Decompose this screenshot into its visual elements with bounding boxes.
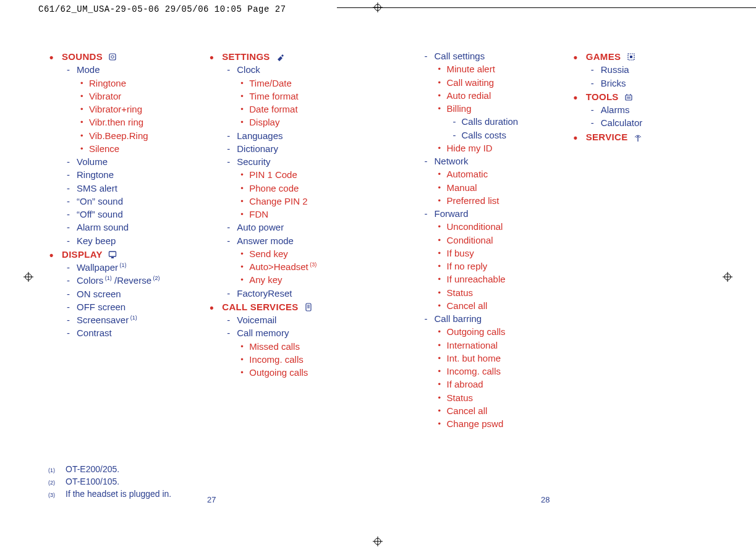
menu-item: GAMES [572,51,726,63]
sounds-icon [108,53,117,61]
menu-item: Date format [208,103,362,116]
menu-item-label: Answer mode [237,235,294,246]
menu-item-label: If no reply [447,261,488,271]
tools-icon [624,93,634,101]
menu-item: Wallpaper (1) [48,261,202,274]
menu-item: Time format [208,90,362,103]
footnotes: (1)OT-E200/205. (2)OT-E100/105. (3)If th… [48,463,171,501]
menu-item: Time/Date [208,77,362,90]
footnote-text: If the headset is plugged in. [66,488,171,500]
menu-item-label: Any key [249,274,282,285]
menu-item-label: Outgoing calls [249,367,308,378]
menu-item: Missed calls [208,341,362,353]
menu-item: Vibrator+ring [48,103,202,116]
menu-item: Call memory [208,327,362,339]
menu-item-label: Calls costs [462,130,507,140]
menu-item: Auto>Headset (3) [208,261,362,273]
menu-item: Change pswd [406,418,560,430]
page-content: SOUNDS ModeRingtoneVibratorVibrator+ring… [48,49,733,512]
menu-item-label: Int. but home [447,353,501,363]
menu-item-label: Bricks [601,78,626,88]
menu-item-label: If busy [447,248,474,258]
menu-item-label: Vibr.then ring [89,117,143,127]
menu-item: Outgoing calls [208,366,362,379]
menu-column: SOUNDS ModeRingtoneVibratorVibrator+ring… [48,49,208,512]
menu-item: Ringtone [48,77,202,90]
menu-item: If no reply [406,260,560,273]
menu-item: Calls costs [406,129,560,142]
call-services-icon [304,303,313,311]
footnote-ref: (3) [308,261,317,268]
menu-item: Answer mode [208,235,362,247]
footnote-ref: (2) [151,275,160,281]
menu-item: Call waiting [406,77,560,89]
menu-item-label: Security [237,156,270,167]
menu-item: Network [406,155,560,167]
menu-item: Alarms [572,104,726,116]
menu-item: Billing [406,103,560,115]
menu-item-label: Alarms [601,104,630,115]
menu-item-label: If abroad [447,379,483,389]
footnote-marker: (2) [48,479,66,486]
menu-item: SERVICE [572,131,726,143]
menu-item-label: Auto power [237,222,284,232]
menu-item: Any key [208,274,362,286]
menu-item-label: Automatic [447,169,488,179]
menu-column: SETTINGS ClockTime/DateTime formatDate f… [208,49,368,512]
menu-item: Auto redial [406,90,560,102]
menu-item-label: Dictionary [237,143,278,154]
menu-item-label: “Off” sound [77,209,123,219]
menu-item-label: Change pswd [447,418,504,429]
menu-item-label: GAMES [586,51,621,62]
page-number: 27 [207,494,216,506]
menu-item-label: Wallpaper [77,262,118,273]
menu-item-label: Date format [249,104,297,114]
menu-item: Silence [48,143,202,155]
menu-item: Key beep [48,235,202,247]
menu-item: Calls duration [406,116,560,128]
menu-item: Call settings [406,50,560,62]
menu-item: FactoryReset [208,287,362,300]
menu-item: Minute alert [406,63,560,75]
menu-item-label: Alarm sound [77,222,129,232]
menu-item-label: ON screen [77,289,121,299]
menu-item-label: Hide my ID [447,143,493,153]
menu-item-label: Key beep [77,235,116,246]
menu-item: Voicemail [208,314,362,326]
menu-item: If abroad [406,378,560,391]
menu-item-label: SETTINGS [222,51,270,62]
menu-item: Change PIN 2 [208,195,362,208]
menu-item-label: Auto redial [447,90,491,101]
menu-item: TOOLS [572,91,726,103]
menu-item: Vib.Beep.Ring [48,130,202,142]
menu-item: Mode [48,64,202,76]
menu-item: Calculator [572,117,726,129]
menu-item-label: Time/Date [249,78,292,88]
menu-item-label: Volume [77,156,108,167]
menu-item-label: Conditional [447,235,493,245]
menu-item: Outgoing calls [406,326,560,338]
menu-item-label: Screensaver [77,315,129,325]
print-header-slug: C61/62_UM_USA-29-05-06 29/05/06 10:05 Pa… [38,4,286,15]
menu-item-label: Call barring [435,313,482,324]
menu-item-label: Display [249,117,279,127]
footnote: (1)OT-E200/205. [48,464,171,475]
menu-item-label: Silence [89,143,119,154]
menu-item: Automatic [406,168,560,180]
menu-item: DISPLAY [48,248,202,261]
menu-item-label: Status [447,287,474,298]
menu-item-label: FDN [249,209,268,219]
menu-item-label: Voicemail [237,315,276,325]
menu-item-label: Minute alert [447,64,495,74]
menu-item-label: PIN 1 Code [249,169,297,180]
menu-item-label: Manual [447,182,477,193]
menu-item-label: Ringtone [89,78,126,88]
menu-item-label: CALL SERVICES [222,302,298,312]
header-rule [337,7,756,8]
menu-item-label: Missed calls [249,341,300,352]
menu-item: CALL SERVICES [208,301,362,313]
menu-item-label: If unreachable [447,274,506,284]
menu-item: Cancel all [406,405,560,417]
menu-item: Vibr.then ring [48,116,202,129]
menu-item: Conditional [406,234,560,247]
